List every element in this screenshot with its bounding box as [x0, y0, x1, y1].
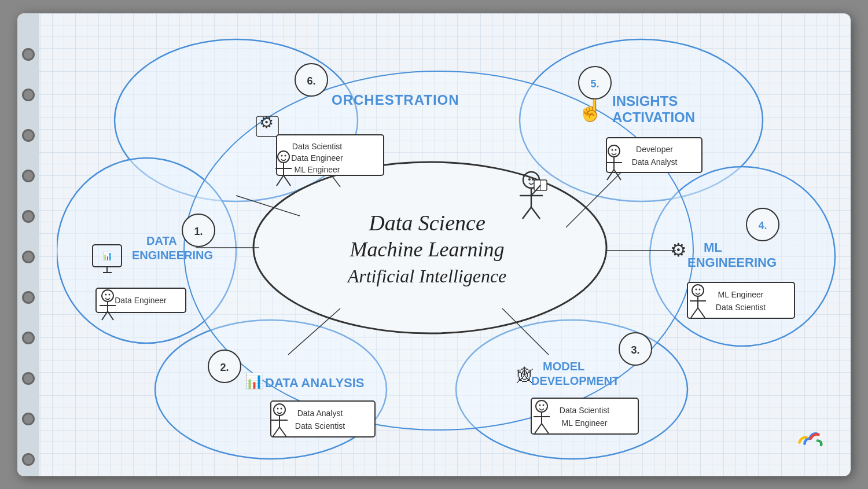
svg-line-54	[614, 170, 621, 180]
svg-text:ML: ML	[704, 240, 722, 255]
svg-text:ENGINEERING: ENGINEERING	[132, 249, 213, 262]
svg-text:2.: 2.	[220, 362, 229, 373]
google-cloud-logo	[792, 424, 826, 450]
svg-rect-59	[93, 245, 122, 267]
svg-point-111	[523, 172, 539, 188]
svg-line-41	[284, 175, 290, 186]
svg-text:Data Science: Data Science	[368, 211, 486, 235]
spiral-hole	[22, 89, 35, 101]
svg-point-120	[532, 178, 534, 181]
diagram-content: 1. 2. 3. 4. 5. 6.	[39, 13, 851, 476]
svg-rect-32	[256, 116, 278, 137]
svg-line-114	[523, 207, 531, 219]
svg-text:⚙: ⚙	[259, 113, 274, 131]
svg-text:Developer: Developer	[636, 145, 673, 154]
svg-point-96	[539, 404, 541, 406]
svg-line-53	[607, 170, 614, 180]
svg-point-0	[115, 39, 358, 201]
svg-text:Artificial Intelligence: Artificial Intelligence	[347, 266, 507, 286]
svg-rect-47	[606, 138, 702, 172]
svg-point-3	[155, 320, 387, 459]
svg-rect-75	[271, 401, 375, 437]
svg-text:🕸: 🕸	[517, 366, 533, 384]
svg-text:INSIGHTS: INSIGHTS	[612, 93, 678, 109]
spiral-hole	[22, 210, 35, 223]
svg-point-2	[57, 158, 236, 343]
svg-text:📊: 📊	[102, 251, 113, 261]
svg-text:Data Engineer: Data Engineer	[115, 296, 167, 305]
spiral-hole	[22, 291, 35, 304]
svg-line-8	[236, 196, 300, 216]
svg-point-55	[612, 149, 613, 150]
spiral-hole	[22, 372, 35, 385]
svg-line-11	[288, 308, 340, 355]
svg-line-94	[535, 424, 542, 433]
svg-text:ML Engineer: ML Engineer	[562, 418, 608, 428]
svg-point-91	[536, 400, 547, 412]
svg-line-70	[108, 311, 113, 320]
svg-point-72	[109, 293, 111, 295]
svg-text:⚙: ⚙	[670, 240, 687, 260]
svg-line-108	[698, 308, 705, 318]
spiral-hole	[22, 129, 35, 142]
svg-point-119	[528, 178, 531, 181]
svg-line-107	[691, 308, 698, 318]
svg-point-23	[579, 67, 611, 99]
svg-rect-88	[531, 398, 638, 434]
svg-text:ML Engineer: ML Engineer	[295, 165, 340, 174]
svg-text:ML Engineer: ML Engineer	[718, 290, 764, 299]
svg-point-15	[182, 214, 215, 247]
svg-text:1.: 1.	[194, 226, 203, 237]
svg-point-71	[105, 293, 107, 295]
svg-text:5.: 5.	[590, 78, 599, 90]
svg-text:Data Analyst: Data Analyst	[297, 409, 343, 418]
svg-rect-33	[277, 135, 384, 175]
svg-text:Data Analyst: Data Analyst	[632, 157, 678, 167]
notebook: 1. 2. 3. 4. 5. 6.	[17, 13, 851, 476]
svg-line-115	[531, 207, 540, 219]
svg-point-110	[699, 288, 701, 290]
svg-text:📊: 📊	[245, 372, 264, 390]
svg-line-82	[279, 427, 286, 437]
svg-text:MODEL: MODEL	[543, 360, 584, 373]
svg-point-4	[456, 320, 687, 459]
svg-point-43	[285, 155, 286, 156]
svg-line-95	[542, 424, 549, 433]
spiral-binding	[17, 13, 39, 476]
spiral-hole	[22, 251, 35, 263]
spiral-hole	[22, 332, 35, 344]
svg-rect-101	[687, 282, 795, 318]
svg-text:ENGINEERING: ENGINEERING	[687, 255, 777, 270]
svg-point-50	[608, 145, 620, 157]
svg-point-25	[295, 64, 328, 96]
svg-text:3.: 3.	[631, 344, 639, 356]
svg-line-118	[531, 185, 540, 196]
svg-text:6.: 6.	[307, 75, 315, 87]
spiral-hole	[22, 170, 35, 182]
svg-point-66	[102, 290, 113, 302]
svg-rect-116	[534, 180, 547, 190]
svg-line-40	[277, 175, 284, 186]
svg-point-42	[281, 155, 283, 156]
svg-line-13	[566, 158, 635, 227]
svg-point-1	[520, 39, 763, 201]
svg-rect-64	[96, 288, 186, 312]
svg-line-12	[502, 308, 549, 355]
svg-point-21	[746, 208, 779, 241]
svg-text:Data Scientist: Data Scientist	[295, 421, 345, 431]
svg-line-69	[102, 311, 108, 320]
svg-text:DEVELOPMENT: DEVELOPMENT	[531, 374, 619, 387]
svg-point-56	[615, 149, 617, 150]
svg-text:Data Engineer: Data Engineer	[291, 153, 343, 163]
main-diagram: 1. 2. 3. 4. 5. 6.	[57, 25, 838, 462]
svg-text:Data Scientist: Data Scientist	[560, 406, 609, 415]
svg-point-17	[208, 350, 241, 383]
svg-point-37	[278, 151, 289, 163]
svg-line-81	[273, 427, 279, 437]
svg-point-83	[277, 407, 279, 409]
svg-text:4.: 4.	[758, 220, 767, 231]
svg-text:Machine Learning: Machine Learning	[350, 238, 505, 261]
svg-text:☝: ☝	[578, 98, 604, 123]
svg-text:Data Scientist: Data Scientist	[292, 142, 342, 151]
svg-text:Data Scientist: Data Scientist	[716, 303, 766, 312]
